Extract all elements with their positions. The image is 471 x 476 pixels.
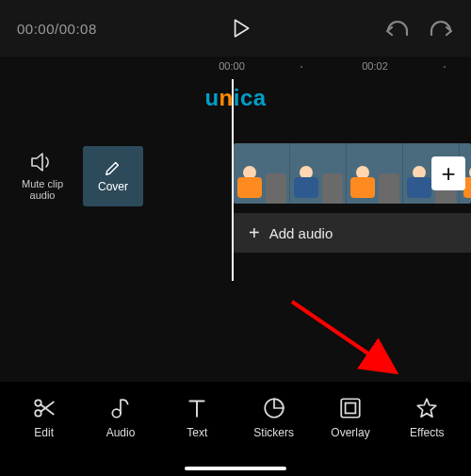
pencil-icon xyxy=(105,159,122,176)
speaker-mute-icon xyxy=(30,152,55,172)
cover-button[interactable]: Cover xyxy=(83,146,143,206)
overlay-icon xyxy=(338,396,363,420)
cover-label: Cover xyxy=(98,180,128,193)
undo-button[interactable] xyxy=(384,18,411,39)
star-icon xyxy=(414,396,439,420)
undo-icon xyxy=(384,18,411,39)
tool-label: Edit xyxy=(34,426,54,439)
ruler-mark: 00:00 xyxy=(219,60,245,72)
video-frame xyxy=(290,143,347,204)
video-track[interactable]: + xyxy=(234,143,471,204)
scissors-icon xyxy=(32,396,57,420)
ruler-tick xyxy=(300,66,302,68)
music-note-icon xyxy=(108,396,133,420)
player-top-bar: 00:00/00:08 xyxy=(0,0,471,57)
redo-icon xyxy=(428,18,454,39)
mute-clip-button[interactable]: Mute clip audio xyxy=(9,152,75,201)
add-audio-label: Add audio xyxy=(269,225,333,241)
timeline: Mute clip audio Cover + + Add audio xyxy=(0,143,471,228)
text-icon xyxy=(185,396,209,420)
video-frame xyxy=(347,143,403,204)
watermark-logo: unica xyxy=(204,85,266,111)
plus-icon: + xyxy=(441,159,455,189)
tool-label: Audio xyxy=(106,426,136,439)
tool-label: Text xyxy=(187,426,207,439)
svg-rect-4 xyxy=(341,399,360,418)
bottom-toolbar: Edit Audio Text Stickers xyxy=(0,382,471,476)
mute-label: Mute clip audio xyxy=(22,178,63,201)
play-icon xyxy=(228,16,252,41)
tool-text[interactable]: Text xyxy=(164,396,230,439)
svg-point-2 xyxy=(112,409,121,418)
add-audio-button[interactable]: + Add audio xyxy=(234,213,471,253)
tool-stickers[interactable]: Stickers xyxy=(241,396,307,439)
tool-label: Overlay xyxy=(331,426,369,439)
svg-rect-5 xyxy=(346,403,356,414)
sticker-icon xyxy=(262,396,286,420)
redo-button[interactable] xyxy=(428,18,454,39)
tool-label: Stickers xyxy=(253,426,294,439)
plus-icon: + xyxy=(249,222,260,244)
tool-label: Effects xyxy=(410,426,444,439)
play-button[interactable] xyxy=(228,16,252,41)
home-indicator xyxy=(185,467,286,470)
tool-audio[interactable]: Audio xyxy=(88,396,154,439)
svg-line-6 xyxy=(292,302,396,372)
ruler-mark: 00:02 xyxy=(362,60,388,72)
tool-edit[interactable]: Edit xyxy=(11,396,77,439)
time-indicator: 00:00/00:08 xyxy=(17,21,97,37)
history-controls xyxy=(384,18,454,39)
video-frame xyxy=(234,143,290,204)
tool-overlay[interactable]: Overlay xyxy=(317,396,383,439)
timeline-ruler: 00:00 00:02 xyxy=(0,57,471,77)
tool-effects[interactable]: Effects xyxy=(394,396,460,439)
playhead[interactable] xyxy=(232,79,234,281)
ruler-tick xyxy=(444,66,446,68)
add-clip-button[interactable]: + xyxy=(431,156,465,190)
